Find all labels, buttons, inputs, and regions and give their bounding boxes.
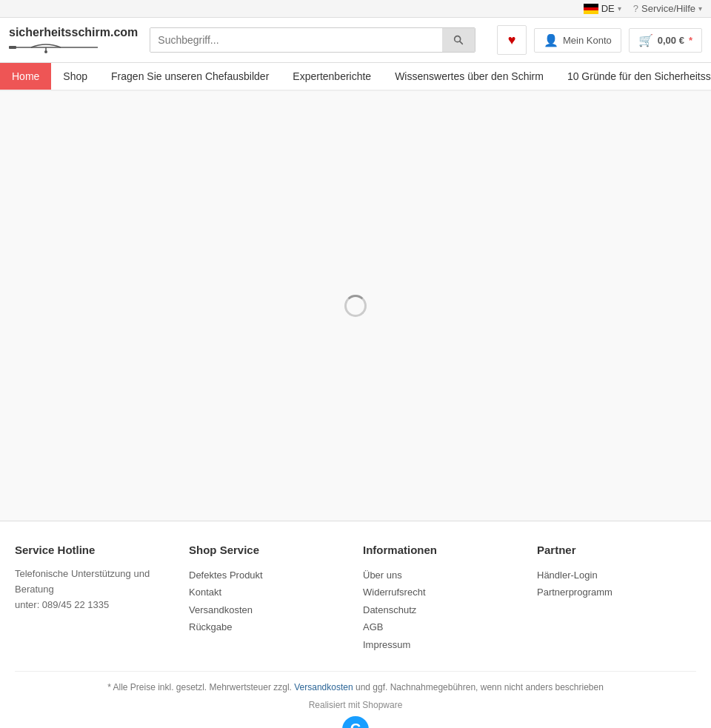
svg-point-1 — [44, 50, 47, 53]
loading-spinner — [344, 295, 367, 317]
footer-col-partner: Partner Händler-Login Partnerprogramm — [537, 544, 696, 653]
footer-col-shop-service: Shop Service Defektes Produkt Kontakt Ve… — [189, 544, 348, 653]
footer-grid: Service Hotline Telefonische Unterstützu… — [15, 544, 696, 653]
lang-chevron: ▾ — [618, 4, 621, 13]
shopware-logo: C — [15, 716, 696, 728]
footer-link-partnerprogramm[interactable]: Partnerprogramm — [537, 584, 696, 601]
header-actions: ♥ 👤 Mein Konto 🛒 0,00 € * — [497, 25, 702, 55]
nav-item-fragen[interactable]: Fragen Sie unseren Chefausbilder — [99, 63, 281, 90]
nav-item-10gruende[interactable]: 10 Gründe für den Sicherheitsschirm — [555, 63, 711, 90]
shopware-icon: C — [342, 716, 369, 728]
footer-link-agb[interactable]: AGB — [363, 618, 522, 635]
wishlist-button[interactable]: ♥ — [497, 25, 527, 55]
footer-link-ueber-uns[interactable]: Über uns — [363, 567, 522, 584]
account-button[interactable]: 👤 Mein Konto — [534, 28, 621, 53]
footer-link-defektes-produkt[interactable]: Defektes Produkt — [189, 567, 348, 584]
flag-de-icon — [584, 4, 598, 14]
nav-item-shop[interactable]: Shop — [51, 63, 99, 90]
service-label: Service/Hilfe — [641, 3, 695, 14]
nav-item-home[interactable]: Home — [0, 63, 51, 90]
footer-service-hotline-text: Telefonische Unterstützung und Beratung … — [15, 567, 174, 612]
search-icon — [453, 34, 464, 46]
footer-bottom: * Alle Preise inkl. gesetzl. Mehrwertste… — [15, 671, 696, 692]
footer-partner-heading: Partner — [537, 544, 696, 556]
search-area — [150, 27, 475, 53]
search-button[interactable] — [442, 28, 475, 52]
cart-asterisk: * — [689, 35, 692, 46]
footer-link-widerrufsrecht[interactable]: Widerrufsrecht — [363, 584, 522, 601]
footer-col-service-hotline: Service Hotline Telefonische Unterstützu… — [15, 544, 174, 653]
help-icon: ? — [633, 3, 638, 14]
svg-line-4 — [460, 41, 463, 44]
footer-link-kontakt[interactable]: Kontakt — [189, 584, 348, 601]
logo-text: sicherheitsschirm.com — [9, 26, 138, 39]
service-hilfe-link[interactable]: ? Service/Hilfe ▾ — [633, 3, 702, 14]
language-selector[interactable]: DE ▾ — [584, 3, 621, 14]
footer-link-versandkosten[interactable]: Versandkosten — [189, 601, 348, 618]
footer-link-rueckgabe[interactable]: Rückgabe — [189, 618, 348, 635]
main-content — [0, 91, 711, 521]
footer-shop-service-heading: Shop Service — [189, 544, 348, 556]
service-chevron: ▾ — [698, 4, 702, 13]
shopware-label: Realisiert mit Shopware — [309, 700, 403, 710]
footer-link-impressum[interactable]: Impressum — [363, 636, 522, 653]
header: sicherheitsschirm.com ♥ 👤 M — [0, 18, 711, 63]
main-nav: Home Shop Fragen Sie unseren Chefausbild… — [0, 63, 711, 91]
logo-image-bar — [9, 41, 98, 54]
logo[interactable]: sicherheitsschirm.com — [9, 26, 138, 54]
umbrella-icon — [9, 41, 98, 53]
footer-col-informationen: Informationen Über uns Widerrufsrecht Da… — [363, 544, 522, 653]
footer-disclaimer-before: * Alle Preise inkl. gesetzl. Mehrwertste… — [107, 682, 292, 692]
cart-button[interactable]: 🛒 0,00 € * — [629, 28, 702, 53]
svg-rect-2 — [9, 46, 16, 49]
heart-icon: ♥ — [508, 33, 516, 48]
account-label: Mein Konto — [563, 35, 612, 46]
footer-informationen-heading: Informationen — [363, 544, 522, 556]
cart-icon: 🛒 — [638, 33, 653, 47]
search-input[interactable] — [150, 28, 442, 52]
nav-item-wissenswertes[interactable]: Wissenswertes über den Schirm — [383, 63, 555, 90]
footer-versandkosten-link[interactable]: Versandkosten — [294, 682, 353, 692]
footer-link-datenschutz[interactable]: Datenschutz — [363, 601, 522, 618]
footer-service-hotline-heading: Service Hotline — [15, 544, 174, 556]
footer-link-haendler-login[interactable]: Händler-Login — [537, 567, 696, 584]
lang-label: DE — [601, 3, 615, 14]
footer: Service Hotline Telefonische Unterstützu… — [0, 521, 711, 728]
footer-disclaimer-after: und ggf. Nachnahmegebühren, wenn nicht a… — [356, 682, 604, 692]
cart-price: 0,00 € — [658, 35, 684, 46]
user-icon: 👤 — [544, 33, 558, 47]
top-bar: DE ▾ ? Service/Hilfe ▾ — [0, 0, 711, 18]
nav-item-experten[interactable]: Expertenberichte — [281, 63, 383, 90]
footer-shopware: Realisiert mit Shopware C — [15, 700, 696, 728]
